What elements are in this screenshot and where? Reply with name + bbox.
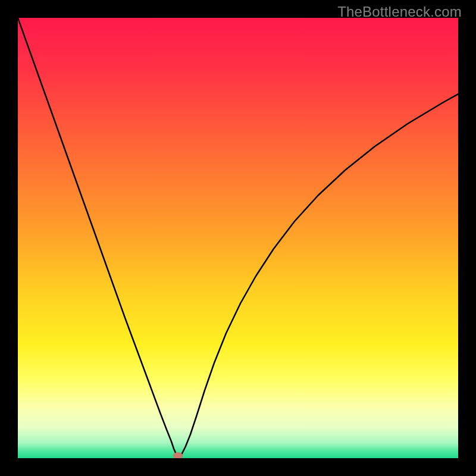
chart-svg [18,18,458,458]
chart-plot-area [18,18,458,458]
gradient-background [18,18,458,458]
watermark-text: TheBottleneck.com [337,4,462,20]
